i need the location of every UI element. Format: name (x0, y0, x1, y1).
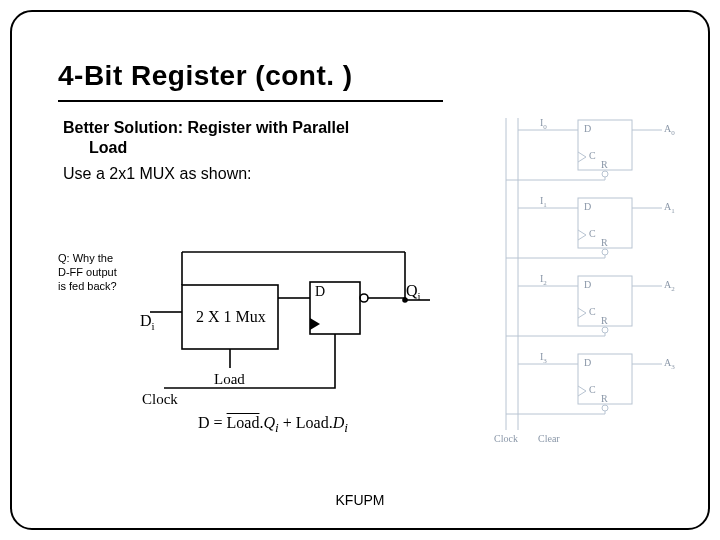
right-c2: C (589, 306, 596, 317)
right-a3: A3 (664, 357, 675, 371)
question-note: Q: Why the D-FF output is fed back? (58, 252, 138, 293)
eq-q: Q (263, 414, 275, 431)
slide-title: 4-Bit Register (cont. ) (58, 60, 353, 92)
right-d0: D (584, 123, 591, 134)
svg-point-9 (602, 327, 608, 333)
right-d3: D (584, 357, 591, 368)
title-underline (58, 100, 443, 102)
note-l3: is fed back? (58, 280, 117, 292)
eq-loadbar: Load (227, 414, 260, 431)
di-input-label: Di (140, 312, 155, 332)
right-r2: R (601, 315, 608, 326)
body-line2: Use a 2x1 MUX as shown: (63, 164, 443, 184)
dff-d-label: D (315, 284, 325, 299)
mux-box-label: 2 X 1 Mux (196, 308, 266, 325)
right-c1: C (589, 228, 596, 239)
right-a0: A0 (664, 123, 675, 137)
right-c3: C (589, 384, 596, 395)
right-d2: D (584, 279, 591, 290)
mux-diagram: 2 X 1 Mux D Qi Di Load Clock (140, 240, 440, 430)
eq-lhs: D = (198, 414, 227, 431)
load-label: Load (214, 371, 245, 387)
right-r1: R (601, 237, 608, 248)
right-d1: D (584, 201, 591, 212)
right-clear-label: Clear (538, 433, 560, 444)
right-i2: I2 (540, 273, 547, 287)
right-i1: I1 (540, 195, 547, 209)
svg-point-11 (602, 405, 608, 411)
svg-point-5 (602, 171, 608, 177)
right-r0: R (601, 159, 608, 170)
body-text: Better Solution: Register with Parallel … (63, 118, 443, 184)
eq-d: D (333, 414, 345, 431)
equation: D = Load.Qi + Load.Di (198, 414, 348, 436)
right-r3: R (601, 393, 608, 404)
body-line1a: Better Solution: Register with Parallel (63, 119, 349, 136)
eq-di: i (344, 420, 348, 435)
right-register-diagram: I0 D C R A0 I1 D C R A1 I2 D C R A2 I3 D… (486, 110, 686, 450)
svg-point-2 (360, 294, 368, 302)
eq-load: Load (296, 414, 329, 431)
right-i0: I0 (540, 117, 547, 131)
clock-label: Clock (142, 391, 178, 407)
right-a2: A2 (664, 279, 675, 293)
note-l2: D-FF output (58, 266, 117, 278)
slide-root: 4-Bit Register (cont. ) Better Solution:… (0, 0, 720, 540)
note-l1: Q: Why the (58, 252, 113, 264)
svg-point-7 (602, 249, 608, 255)
q-out-label: Qi (406, 282, 421, 302)
eq-plus: + (279, 414, 296, 431)
right-clock-label: Clock (494, 433, 518, 444)
footer: KFUPM (0, 492, 720, 508)
right-i3: I3 (540, 351, 547, 365)
body-line1b: Load (89, 139, 127, 156)
right-c0: C (589, 150, 596, 161)
right-a1: A1 (664, 201, 675, 215)
